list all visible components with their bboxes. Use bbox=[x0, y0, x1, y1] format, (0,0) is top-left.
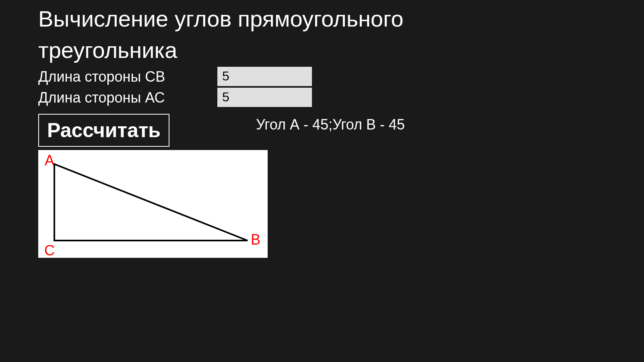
calculate-button[interactable]: Рассчитать bbox=[38, 114, 169, 147]
page-title: Вычисление углов прямоугольного треуголь… bbox=[38, 3, 521, 66]
label-cb: Длина стороны СВ bbox=[38, 68, 217, 85]
input-cb[interactable] bbox=[217, 67, 312, 87]
triangle-diagram: A B C bbox=[38, 150, 268, 258]
row-ac: Длина стороны АС bbox=[38, 87, 644, 108]
result-output: Угол А - 45;Угол В - 45 bbox=[256, 116, 405, 133]
triangle-shape bbox=[54, 164, 248, 241]
row-cb: Длина стороны СВ bbox=[38, 66, 644, 87]
vertex-b-label: B bbox=[251, 231, 260, 248]
input-ac[interactable] bbox=[217, 88, 312, 108]
vertex-a-label: A bbox=[45, 152, 54, 169]
vertex-c-label: C bbox=[44, 242, 55, 258]
label-ac: Длина стороны АС bbox=[38, 89, 217, 106]
